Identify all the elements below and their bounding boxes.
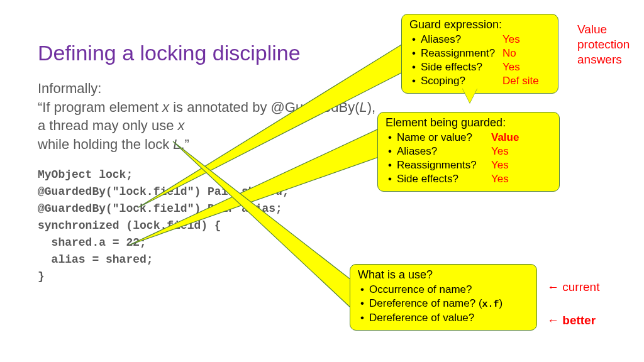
callout-list: Name or value?Value Aliases?Yes Reassign… — [386, 131, 552, 186]
callout-list: Occurrence of name? Dereference of name?… — [358, 283, 529, 325]
code-line: shared.a = 22; — [38, 234, 606, 251]
callout-tail — [462, 88, 477, 103]
callout-item: Reassignments?Yes — [397, 158, 552, 172]
callout-item: Name or value?Value — [397, 131, 552, 145]
callout-header: What is a use? — [358, 268, 529, 282]
callout-header: Guard expression: — [409, 18, 550, 31]
callout-item: Aliases?Yes — [397, 145, 552, 158]
callout-element-guarded: Element being guarded: Name or value?Val… — [377, 112, 560, 192]
side-note-better: ← better — [547, 313, 596, 328]
callout-what-is-use: What is a use? Occurrence of name? Deref… — [350, 264, 537, 331]
code-line: synchronized (lock.field) { — [38, 217, 606, 234]
side-note-current: ← current — [547, 280, 599, 295]
callout-item: Aliases?Yes — [421, 33, 550, 47]
code-line: @GuardedBy("lock.field") Pair alias; — [38, 200, 606, 217]
callout-list: Aliases?Yes Reassignment?No Side effects… — [409, 33, 550, 88]
callout-guard-expression: Guard expression: Aliases?Yes Reassignme… — [401, 14, 558, 94]
side-note-value-protection: Value protection answers — [577, 22, 640, 67]
callout-item: Dereference of name? (x.f) — [369, 297, 529, 311]
callout-item: Dereference of value? — [369, 311, 529, 325]
callout-item: Occurrence of name? — [369, 283, 529, 297]
callout-item: Side effects?Yes — [421, 60, 550, 74]
callout-item: Side effects?Yes — [397, 172, 552, 186]
callout-item: Scoping?Def site — [421, 74, 550, 88]
callout-header: Element being guarded: — [386, 116, 552, 129]
callout-item: Reassignment?No — [421, 47, 550, 60]
